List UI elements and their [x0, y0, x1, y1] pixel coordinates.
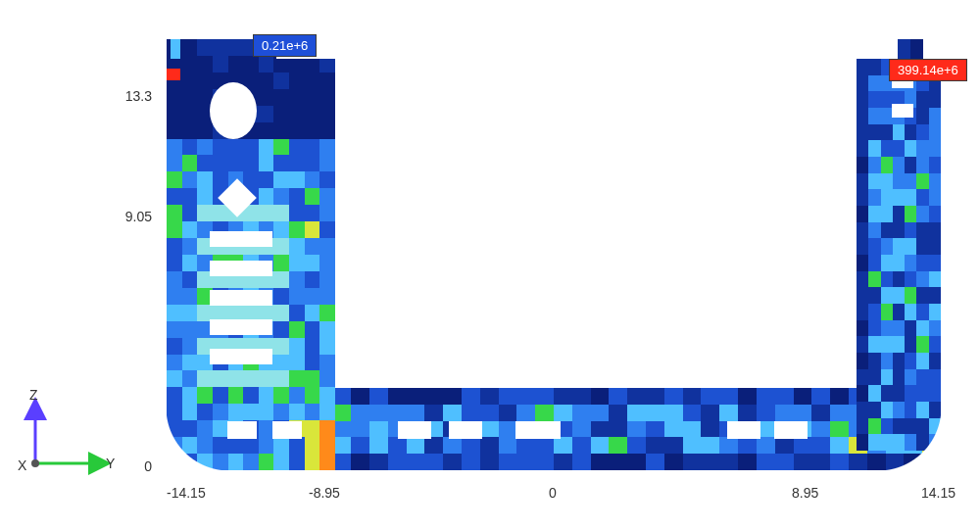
heat-cell — [811, 454, 830, 470]
heat-cell — [228, 437, 244, 454]
heat-cell — [167, 355, 182, 371]
heat-cell — [868, 75, 880, 92]
heat-cell — [857, 304, 868, 320]
heat-cell — [273, 404, 289, 420]
heat-cell — [259, 89, 274, 106]
heat-cell — [857, 124, 868, 141]
y-tick: 9.05 — [113, 209, 152, 224]
heat-cell — [881, 173, 893, 190]
heat-cell — [259, 56, 274, 72]
heat-cell — [683, 405, 702, 421]
heat-cell — [259, 122, 274, 139]
heat-cell — [775, 437, 794, 454]
heat-cell — [305, 188, 320, 205]
heat-cell — [868, 222, 880, 239]
heat-cell — [243, 404, 259, 420]
hot-cell — [167, 69, 180, 80]
heat-cell — [197, 155, 213, 171]
heat-cell — [929, 206, 941, 222]
heat-cell — [516, 388, 535, 405]
heat-cell — [443, 437, 462, 454]
heat-cell — [369, 437, 388, 454]
heat-cell — [332, 388, 351, 405]
heat-cell — [794, 437, 812, 454]
heat-cell — [319, 238, 335, 255]
heat-cell — [273, 454, 289, 470]
heat-cell — [609, 421, 627, 438]
heat-cell — [868, 140, 880, 157]
heat-cell — [916, 238, 928, 255]
heat-cell — [259, 205, 274, 221]
heat-cell — [462, 454, 480, 470]
heat-cell — [857, 287, 868, 304]
heat-cell — [893, 304, 905, 320]
heat-cell — [857, 75, 868, 92]
heat-cell — [591, 405, 610, 421]
heat-cell — [167, 321, 182, 338]
heat-cell — [213, 171, 228, 188]
heat-cell — [443, 405, 462, 421]
heat-cell — [893, 222, 905, 239]
heat-cell — [273, 321, 289, 338]
heat-cell — [857, 157, 868, 173]
heat-cell — [259, 387, 274, 404]
heat-cell — [609, 405, 627, 421]
heat-cell — [609, 437, 627, 454]
x-tick: -14.15 — [167, 485, 206, 501]
heat-cell — [305, 338, 320, 355]
heat-cell — [916, 287, 928, 304]
heat-cell — [893, 287, 905, 304]
heat-cell — [243, 56, 259, 72]
heat-cell — [213, 39, 228, 56]
heat-cell — [319, 454, 335, 470]
round-corner — [878, 408, 941, 470]
heat-cell — [182, 188, 198, 205]
heat-cell — [905, 222, 916, 239]
heat-cell — [916, 353, 928, 369]
heat-cell — [228, 387, 244, 404]
heat-cell — [289, 404, 305, 420]
heat-cell — [319, 321, 335, 338]
heat-cell — [683, 421, 702, 438]
hole-rect — [210, 290, 272, 306]
heat-cell — [289, 305, 305, 321]
heat-cell — [167, 171, 182, 188]
heat-cell — [319, 387, 335, 404]
heat-cell — [627, 421, 646, 438]
heat-cell — [197, 139, 213, 156]
heat-cell — [701, 388, 719, 405]
heat-cell — [167, 221, 182, 238]
heat-cell — [664, 388, 683, 405]
heat-cell — [369, 405, 388, 421]
heat-cell — [868, 157, 880, 173]
heat-cell — [273, 338, 289, 355]
void-mask — [335, 35, 857, 388]
heat-cell — [893, 206, 905, 222]
right-top-trim2 — [923, 39, 941, 59]
heat-cell — [305, 370, 320, 387]
heat-cell — [197, 72, 213, 89]
heat-cell — [167, 255, 182, 271]
heat-cell — [664, 437, 683, 454]
heat-cell — [881, 206, 893, 222]
heat-cell — [228, 404, 244, 420]
hole-rect — [210, 261, 272, 276]
heat-cell — [701, 421, 719, 438]
heat-cell — [738, 437, 757, 454]
heat-cell — [627, 454, 646, 470]
heat-cell — [273, 288, 289, 305]
heat-cell — [407, 454, 425, 470]
heat-cell — [319, 89, 335, 106]
heat-cell — [273, 106, 289, 122]
heat-cell — [273, 370, 289, 387]
heat-cell — [480, 454, 499, 470]
heat-cell — [572, 388, 591, 405]
heat-cell — [305, 288, 320, 305]
heat-cell — [305, 155, 320, 171]
heat-cell — [849, 454, 867, 470]
heat-cell — [197, 56, 213, 72]
heat-cell — [857, 222, 868, 239]
heat-cell — [881, 369, 893, 386]
heat-cell — [868, 189, 880, 206]
heat-cell — [332, 421, 351, 438]
